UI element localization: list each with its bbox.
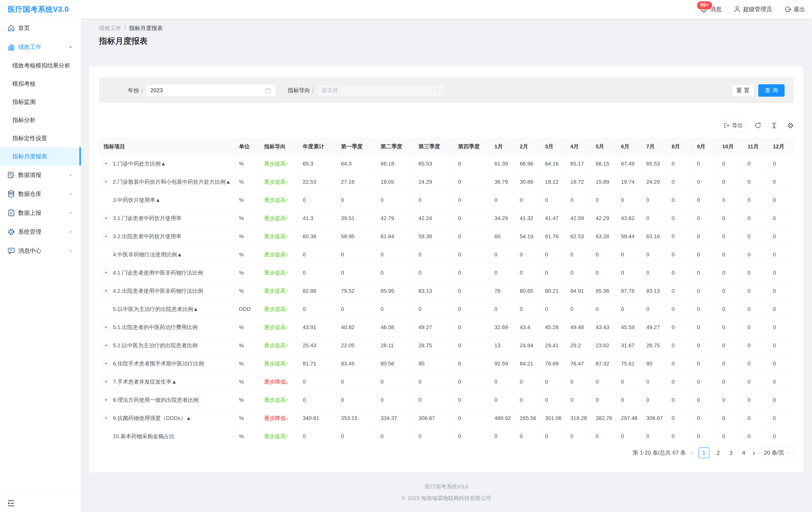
expand-row-button[interactable]: +: [103, 288, 109, 294]
sidebar-item-message-center[interactable]: 消息中心: [0, 241, 81, 260]
value-cell: 43.43: [591, 318, 616, 336]
expand-row-button[interactable]: +: [103, 397, 109, 403]
value-cell: 65.3: [298, 155, 336, 173]
sidebar-item-data-warehouse[interactable]: 数据仓库: [0, 185, 81, 204]
value-cell: 0: [540, 246, 566, 264]
sidebar-item-data-fill[interactable]: 数据填报: [0, 165, 81, 185]
sidebar-subitem-sim-assessment[interactable]: 模拟考核: [0, 75, 81, 93]
chevron-up-icon: [68, 44, 74, 50]
value-cell: 0: [453, 282, 490, 300]
value-cell: 0: [453, 209, 490, 227]
expand-row-button[interactable]: +: [103, 360, 109, 367]
value-cell: 0: [515, 264, 540, 282]
user-menu[interactable]: 超级管理员: [733, 5, 772, 14]
sidebar-subitem-indicator-monitor[interactable]: 指标监测: [0, 93, 81, 111]
expand-row-button[interactable]: +: [103, 342, 109, 349]
value-cell: 0: [718, 300, 743, 318]
orientation-select[interactable]: 请选择: [317, 84, 444, 97]
indicator-name: 2.门诊散装中药饮片和小包装中药饮片处方比例▲: [113, 178, 231, 186]
value-cell: 0: [490, 427, 515, 442]
page-size-select[interactable]: 20 条/页: [760, 447, 793, 459]
refresh-icon[interactable]: [754, 122, 762, 129]
row-density-icon[interactable]: [770, 122, 778, 129]
value-cell: 318.28: [566, 409, 591, 427]
value-cell: 0: [616, 191, 642, 209]
unit-cell: %: [234, 191, 259, 209]
indicator-name: 4.1.门诊患者使用中医非药物疗法比例: [113, 269, 203, 276]
sidebar-item-data-report[interactable]: 数据上报: [0, 204, 81, 222]
expand-row-button[interactable]: +: [103, 233, 109, 240]
value-cell: 0: [743, 409, 768, 427]
expand-row-button[interactable]: +: [103, 415, 109, 422]
page-number-2[interactable]: 2: [715, 450, 722, 456]
table-row: +3.2.出院患者中药饮片使用率%逐步提高↑60.3858.9561.8459.…: [99, 227, 793, 246]
column-settings-gear-icon[interactable]: [786, 122, 794, 129]
value-cell: 0: [376, 427, 414, 442]
sidebar-item-performance[interactable]: 绩效工作: [0, 37, 81, 56]
year-picker-input[interactable]: 2023: [146, 84, 276, 97]
next-page-button[interactable]: ›: [753, 448, 755, 458]
value-cell: 0: [376, 391, 414, 409]
expand-row-button[interactable]: +: [103, 324, 109, 331]
logout-button[interactable]: 退出: [784, 5, 805, 14]
sidebar-item-label: 首页: [18, 24, 30, 32]
orientation-placeholder: 请选择: [321, 87, 434, 95]
expand-row-button[interactable]: +: [103, 179, 109, 185]
value-cell: 0: [667, 209, 692, 227]
value-cell: 46.08: [376, 318, 414, 336]
page-number-3[interactable]: 3: [727, 450, 735, 456]
value-cell: 64.3: [336, 155, 376, 173]
value-cell: 0: [414, 391, 453, 409]
value-cell: 0: [336, 300, 376, 318]
value-cell: 63.16: [642, 227, 667, 246]
sidebar-collapse-icon[interactable]: [6, 499, 16, 508]
value-cell: 0: [692, 318, 718, 336]
page-number-1[interactable]: 1: [699, 448, 709, 458]
value-cell: 0: [743, 264, 768, 282]
table-column-header: 年度累计: [298, 138, 336, 155]
sidebar-subitem-indicator-qualitative-setting[interactable]: 指标定性设置: [0, 129, 81, 147]
value-cell: 22.05: [336, 336, 376, 355]
value-cell: 0: [376, 264, 414, 282]
sidebar-item-home[interactable]: 首页: [0, 19, 81, 37]
value-cell: 0: [768, 173, 793, 191]
sidebar-subitem-indicator-analysis[interactable]: 指标分析: [0, 111, 81, 129]
expand-row-button[interactable]: +: [103, 270, 109, 276]
value-cell: 0: [692, 282, 718, 300]
main-content: 绩效工作 / 指标月度报表 指标月度报表 年份： 2023 指标导向： 请选择 …: [81, 19, 812, 512]
sidebar-item-system-management[interactable]: 系统管理: [0, 222, 81, 241]
value-cell: 0: [692, 373, 718, 391]
value-cell: 486.92: [490, 409, 515, 427]
table-column-header: 11月: [743, 138, 768, 155]
messages-button[interactable]: 99+ 消息: [699, 5, 722, 14]
value-cell: 0: [768, 318, 793, 336]
value-cell: 0: [768, 409, 793, 427]
expand-row-button[interactable]: +: [103, 160, 109, 167]
logout-label: 退出: [793, 5, 805, 14]
indicator-name: 3.1.门诊患者中药饮片使用率: [113, 215, 181, 222]
reset-button[interactable]: 重置: [732, 84, 754, 97]
filter-bar: 年份： 2023 指标导向： 请选择 重置 查询: [99, 78, 793, 103]
search-button[interactable]: 查询: [758, 84, 785, 97]
trend-up-text: 逐步提高↑: [264, 161, 289, 167]
expand-row-button[interactable]: +: [103, 215, 109, 222]
value-cell: 0: [453, 373, 490, 391]
expand-row-button[interactable]: +: [103, 379, 109, 385]
breadcrumb-item[interactable]: 绩效工作: [99, 24, 121, 32]
value-cell: 25.43: [298, 336, 336, 355]
value-cell: 64.16: [540, 155, 566, 173]
content-card: 年份： 2023 指标导向： 请选择 重置 查询: [89, 66, 803, 473]
page-title: 指标月度报表: [99, 35, 148, 46]
form-icon: [7, 171, 16, 179]
sidebar-subitem-indicator-monthly-report[interactable]: 指标月度报表: [0, 147, 81, 165]
value-cell: 0: [642, 300, 667, 318]
prev-page-button[interactable]: ‹: [691, 448, 693, 458]
page-number-4[interactable]: 4: [740, 450, 748, 456]
value-cell: 15.89: [591, 173, 616, 191]
trend-up-text: 逐步提高↑: [264, 233, 289, 239]
indicator-name-cell: 5.以中医为主治疗的出院患者比例▲: [99, 300, 234, 318]
sidebar-subitem-perf-sim-result-analysis[interactable]: 绩效考核模拟结果分析: [0, 56, 81, 75]
export-button[interactable]: 导出: [720, 119, 746, 132]
value-cell: 0: [336, 191, 376, 209]
value-cell: 0: [591, 246, 616, 264]
